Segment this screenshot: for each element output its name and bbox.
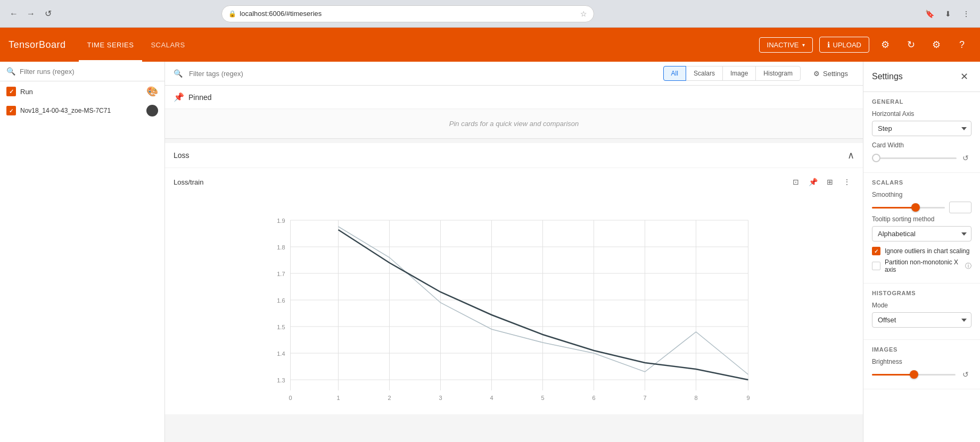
brand-logo: TensorBoard — [9, 39, 66, 51]
help-icon-button[interactable]: ? — [952, 35, 971, 54]
main-area: 🔍 ✓ Run 🎨 ✓ Nov18_14-00-43_zoe-MS-7C71 — [0, 62, 980, 442]
settings-toggle-button[interactable]: ⚙ Settings — [807, 66, 854, 81]
navbar: TensorBoard TIME SERIES SCALARS INACTIVE… — [0, 28, 980, 62]
partition-checkbox[interactable] — [872, 262, 880, 270]
navbar-right: INACTIVE ▾ ℹ UPLOAD ⚙ ↻ ⚙ ? — [759, 35, 971, 54]
browser-menu-icon[interactable]: ⋮ — [959, 6, 974, 21]
brightness-slider-thumb[interactable] — [910, 370, 918, 379]
nav-tab-timeseries[interactable]: TIME SERIES — [79, 28, 143, 62]
filter-bar: 🔍 All Scalars Image Histogram ⚙ Settings — [165, 62, 863, 86]
download-icon[interactable]: ⬇ — [941, 6, 956, 21]
svg-text:1.3: 1.3 — [277, 377, 285, 383]
histogram-mode-select[interactable]: Offset Overlay — [872, 312, 971, 328]
svg-text:1.8: 1.8 — [277, 244, 285, 251]
filter-tab-all[interactable]: All — [663, 66, 686, 81]
more-chart-button[interactable]: ⋮ — [839, 174, 854, 189]
svg-text:7: 7 — [643, 395, 646, 401]
sidebar: 🔍 ✓ Run 🎨 ✓ Nov18_14-00-43_zoe-MS-7C71 — [0, 62, 165, 442]
ignore-outliers-row: Ignore outliers in chart scaling — [872, 247, 971, 255]
sidebar-search-icon: 🔍 — [6, 67, 15, 76]
svg-text:5: 5 — [541, 395, 544, 401]
settings-images-section: IMAGES Brightness ↺ — [863, 340, 980, 389]
svg-text:1.9: 1.9 — [277, 218, 285, 224]
settings-panel-header: Settings ✕ — [863, 62, 980, 92]
tooltip-sorting-select[interactable]: Alphabetical Ascending Descending Neares… — [872, 226, 971, 241]
app: TensorBoard TIME SERIES SCALARS INACTIVE… — [0, 28, 980, 442]
chart-container: 1.9 1.8 1.7 1.6 1.5 1.4 1.3 0 1 2 — [174, 194, 854, 408]
reload-button[interactable]: ↺ — [40, 6, 55, 21]
card-width-track — [872, 157, 957, 159]
chart-card: Loss/train ⊡ 📌 ⊞ ⋮ — [165, 168, 863, 414]
run-item-label: Nov18_14-00-43_zoe-MS-7C71 — [20, 107, 142, 114]
svg-text:4: 4 — [490, 395, 493, 401]
loss-section: Loss ∧ Loss/train ⊡ 📌 ⊞ ⋮ — [165, 143, 863, 414]
refresh-icon-button[interactable]: ↻ — [901, 35, 920, 54]
run-checkbox[interactable]: ✓ — [6, 87, 16, 96]
run-item-checkbox[interactable]: ✓ — [6, 106, 16, 115]
card-width-row: ↺ — [872, 152, 971, 164]
star-icon[interactable]: ☆ — [580, 10, 587, 18]
fit-chart-button[interactable]: ⊞ — [822, 174, 837, 189]
scrollable-main: 📌 Pinned Pin cards for a quick view and … — [165, 86, 863, 442]
loss-chart-svg: 1.9 1.8 1.7 1.6 1.5 1.4 1.3 0 1 2 — [174, 194, 854, 406]
brightness-slider-row: ↺ — [872, 369, 971, 380]
settings-general-label: GENERAL — [872, 98, 971, 105]
address-bar[interactable]: 🔒 localhost:6006/#timeseries ☆ — [221, 5, 594, 22]
tooltip-label: Tooltip sorting method — [872, 215, 971, 223]
run-color-dot — [146, 105, 158, 116]
brightness-reset-button[interactable]: ↺ — [960, 369, 971, 380]
filter-tags-input[interactable] — [189, 70, 657, 78]
filter-tabs: All Scalars Image Histogram — [663, 66, 801, 81]
partition-info-icon[interactable]: ⓘ — [965, 262, 971, 271]
horizontal-axis-select[interactable]: Step Relative Wall — [872, 121, 971, 136]
filter-tab-image[interactable]: Image — [722, 66, 756, 81]
forward-button[interactable]: → — [23, 6, 38, 21]
smoothing-slider-track — [872, 207, 945, 209]
partition-label: Partition non-monotonic X axis — [885, 258, 961, 273]
smoothing-label: Smoothing — [872, 191, 971, 198]
histogram-mode-label: Mode — [872, 302, 971, 309]
card-width-label: Card Width — [872, 141, 971, 149]
svg-text:3: 3 — [439, 395, 442, 401]
settings-histograms-label: HISTOGRAMS — [872, 290, 971, 296]
smoothing-slider-thumb[interactable] — [911, 203, 920, 212]
url-text: localhost:6006/#timeseries — [240, 10, 322, 18]
pinned-title: Pinned — [188, 93, 212, 102]
nav-tab-scalars[interactable]: SCALARS — [142, 28, 193, 62]
filter-tab-histogram[interactable]: Histogram — [755, 66, 801, 81]
sidebar-search-input[interactable] — [20, 68, 158, 76]
upload-button[interactable]: ℹ UPLOAD — [819, 37, 869, 53]
pin-icon: 📌 — [174, 92, 184, 102]
ignore-outliers-checkbox[interactable] — [872, 247, 880, 255]
settings-histograms-section: HISTOGRAMS Mode Offset Overlay — [863, 283, 980, 340]
smoothing-value-input[interactable]: 0.6 — [949, 202, 971, 213]
gear-icon-button[interactable]: ⚙ — [927, 35, 946, 54]
settings-scalars-label: SCALARS — [872, 179, 971, 186]
browser-actions: 🔖 ⬇ ⋮ — [923, 6, 974, 21]
brightness-slider-container — [872, 369, 956, 380]
smoothing-slider-row: 0.6 — [872, 202, 971, 213]
card-width-reset-button[interactable]: ↺ — [960, 152, 971, 164]
theme-icon-button[interactable]: ⚙ — [876, 35, 895, 54]
brightness-label: Brightness — [872, 358, 971, 365]
palette-icon[interactable]: 🎨 — [146, 86, 158, 97]
upload-icon: ℹ — [827, 40, 830, 49]
collapse-section-button[interactable]: ∧ — [847, 149, 854, 161]
filter-tab-scalars[interactable]: Scalars — [686, 66, 723, 81]
horizontal-axis-label: Horizontal Axis — [872, 110, 971, 118]
close-settings-button[interactable]: ✕ — [957, 69, 971, 84]
pin-chart-button[interactable]: 📌 — [805, 174, 820, 189]
brightness-slider-fill — [872, 374, 914, 376]
partition-row: Partition non-monotonic X axis ⓘ — [872, 258, 971, 273]
browser-chrome: ← → ↺ 🔒 localhost:6006/#timeseries ☆ 🔖 ⬇… — [0, 0, 980, 28]
bookmark-icon[interactable]: 🔖 — [923, 6, 937, 21]
back-button[interactable]: ← — [6, 6, 21, 21]
card-width-thumb[interactable] — [872, 154, 880, 162]
svg-text:1: 1 — [336, 395, 340, 401]
pinned-header: 📌 Pinned — [165, 86, 863, 109]
fullscreen-chart-button[interactable]: ⊡ — [788, 174, 803, 189]
loss-section-title: Loss — [174, 151, 190, 160]
svg-text:1.6: 1.6 — [277, 297, 285, 304]
content-area: 🔍 All Scalars Image Histogram ⚙ Settings — [165, 62, 863, 442]
inactive-button[interactable]: INACTIVE ▾ — [759, 37, 813, 53]
